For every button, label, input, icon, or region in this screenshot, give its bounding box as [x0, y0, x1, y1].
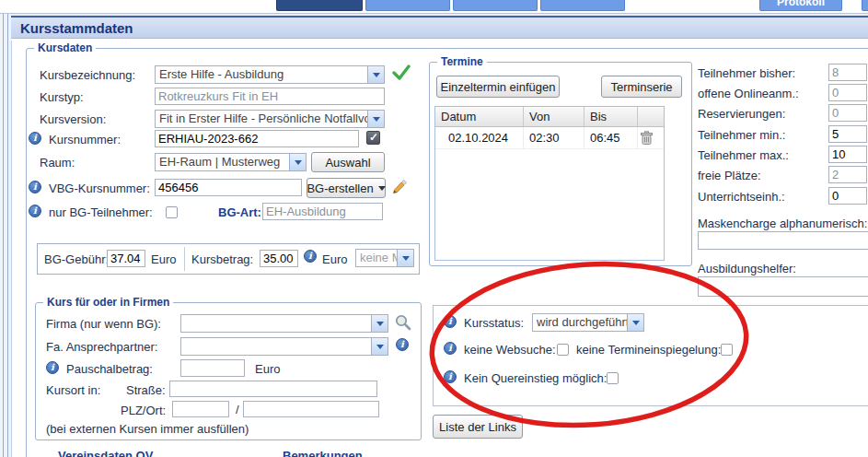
group-firmen-legend: Kurs für oder in Firmen — [43, 296, 173, 309]
kursnummer-checkbox[interactable] — [366, 131, 380, 145]
freie-plaetze-label: freie Plätze: — [698, 169, 761, 182]
chevron-down-icon[interactable] — [371, 338, 388, 355]
vbg-kursnummer-label: VBG-Kursnummer: — [49, 182, 150, 195]
kursnummer-input[interactable] — [155, 130, 359, 147]
frame-line-outer — [3, 14, 4, 457]
top-button-protokoll[interactable]: Protokoll — [759, 0, 842, 11]
info-icon[interactable]: i — [46, 361, 59, 374]
euro-label: Euro — [322, 252, 347, 266]
auswahl-button[interactable]: Auswahl — [311, 152, 385, 172]
vbg-kursnummer-input[interactable] — [155, 179, 302, 196]
table-row[interactable]: 02.10.2024 02:30 06:45 — [435, 127, 664, 149]
kursort-label: Kursort in: — [46, 383, 100, 397]
firma-select[interactable] — [180, 314, 388, 333]
info-icon[interactable]: i — [29, 132, 41, 145]
bottom-link-left[interactable]: Vereinsdaten OV — [58, 449, 153, 457]
keine-termineinspiegelung-label: keine Termineinspiegelung: — [576, 343, 721, 357]
ausbildungshelfer-label: Ausbildungshelfer: — [698, 262, 796, 275]
chevron-down-icon[interactable] — [367, 66, 384, 83]
fee-divider — [184, 247, 185, 271]
terminserie-button[interactable]: Terminserie — [601, 76, 682, 98]
info-icon[interactable]: i — [396, 338, 409, 351]
info-icon[interactable]: i — [444, 315, 457, 328]
kurstyp-input[interactable] — [155, 88, 385, 105]
offene-onlineanm-input[interactable] — [828, 84, 867, 101]
top-tab-4[interactable] — [540, 0, 625, 11]
slash-separator: / — [236, 403, 239, 416]
chevron-down-icon[interactable] — [371, 315, 388, 332]
mwst-select[interactable]: keine Mw — [355, 249, 414, 267]
col-header-von[interactable]: Von — [524, 107, 584, 127]
offene-onlineanm-label: offene Onlineanm.: — [698, 87, 799, 100]
chevron-down-icon[interactable] — [627, 314, 643, 331]
page-title-bar: Kursstammdaten — [11, 16, 868, 39]
caret-down-icon — [378, 186, 386, 194]
raum-label: Raum: — [40, 156, 75, 170]
pauschalbetrag-input[interactable] — [180, 359, 245, 377]
info-icon[interactable]: i — [304, 250, 317, 263]
top-tab-active[interactable] — [276, 0, 363, 11]
teilnehmer-min-input[interactable] — [828, 125, 867, 143]
ansprechpartner-select[interactable] — [180, 337, 388, 356]
maskencharge-input[interactable] — [698, 231, 868, 250]
top-tab-3[interactable] — [453, 0, 538, 11]
chevron-down-icon[interactable] — [367, 111, 384, 127]
ausbildungshelfer-input[interactable] — [698, 276, 868, 297]
keine-websuche-label: keine Websuche: — [464, 343, 556, 357]
keine-websuche-checkbox[interactable] — [557, 344, 569, 356]
termine-table: Datum Von Bis 02.10.2024 02:30 06:45 — [434, 106, 665, 261]
chevron-down-icon[interactable] — [397, 250, 413, 266]
kursversion-select[interactable]: Fit in Erster Hilfe - Persönliche Notfal… — [155, 110, 385, 128]
reservierungen-input[interactable] — [828, 104, 867, 122]
maskencharge-label: Maskencharge alphanumerisch: — [698, 217, 867, 230]
einzeltermin-einfuegen-button[interactable]: Einzeltermin einfügen — [436, 76, 560, 98]
bottom-link-right[interactable]: Bemerkungen — [283, 449, 363, 457]
kursnummer-label: Kursnummer: — [49, 133, 121, 146]
col-header-datum[interactable]: Datum — [435, 107, 524, 127]
info-icon[interactable]: i — [29, 181, 41, 193]
kursbezeichnung-select[interactable]: Erste Hilfe - Ausbildung — [155, 65, 385, 84]
kursstatus-value: wird durchgeführt — [533, 314, 627, 331]
strasse-label: Straße: — [126, 383, 166, 397]
protokoll-label: Protokoll — [777, 0, 825, 8]
unterrichtseinh-input[interactable] — [828, 187, 867, 205]
info-icon[interactable]: i — [444, 370, 457, 383]
keine-termineinspiegelung-checkbox[interactable] — [721, 344, 733, 356]
bg-art-label: BG-Art: — [218, 205, 261, 219]
info-icon[interactable]: i — [444, 342, 457, 355]
plz-ort-label: PLZ/Ort: — [121, 404, 166, 417]
termine-table-header-row: Datum Von Bis — [435, 107, 664, 127]
kursstatus-select[interactable]: wird durchgeführt — [532, 313, 644, 332]
top-tab-2[interactable] — [365, 0, 450, 11]
raum-select[interactable]: EH-Raum | Musterweg — [155, 153, 307, 171]
kursbetrag-input[interactable] — [260, 250, 298, 267]
kurstyp-label: Kurstyp: — [40, 90, 84, 104]
col-header-bis[interactable]: Bis — [584, 107, 638, 127]
top-tab-cut[interactable] — [862, 0, 868, 11]
left-gutter — [0, 14, 11, 457]
bg-erstellen-button[interactable]: BG-erstellen — [307, 178, 386, 198]
bg-gebuehr-input[interactable] — [107, 250, 145, 267]
teilnehmer-bisher-label: Teilnehmer bisher: — [698, 66, 795, 80]
teilnehmer-bisher-input[interactable] — [828, 64, 867, 81]
info-icon[interactable]: i — [29, 205, 41, 217]
mwst-value: keine Mw — [356, 250, 397, 266]
teilnehmer-max-input[interactable] — [828, 146, 867, 163]
chevron-down-icon[interactable] — [289, 154, 306, 170]
freie-plaetze-input[interactable] — [828, 166, 867, 183]
bg-art-input[interactable] — [262, 203, 383, 220]
group-termine-legend: Termine — [437, 55, 487, 68]
delete-trash-icon[interactable] — [640, 131, 654, 146]
kursbetrag-label: Kursbetrag: — [191, 252, 253, 266]
plz-input[interactable] — [172, 401, 229, 417]
strasse-input[interactable] — [169, 381, 377, 397]
kursbezeichnung-label: Kursbezeichnung: — [40, 68, 135, 82]
extern-hint: (bei externen Kursen immer ausfüllen) — [46, 422, 249, 436]
kursversion-label: Kursversion: — [40, 112, 106, 126]
ort-input[interactable] — [243, 401, 379, 417]
unterrichtseinh-label: Unterrichtseinh.: — [698, 190, 785, 204]
nur-bg-teilnehmer-checkbox[interactable] — [166, 206, 178, 218]
quereinstieg-checkbox[interactable] — [607, 372, 619, 384]
liste-der-links-button[interactable]: Liste der Links — [433, 415, 523, 439]
bg-gebuehr-label: BG-Gebühr: — [44, 252, 109, 266]
